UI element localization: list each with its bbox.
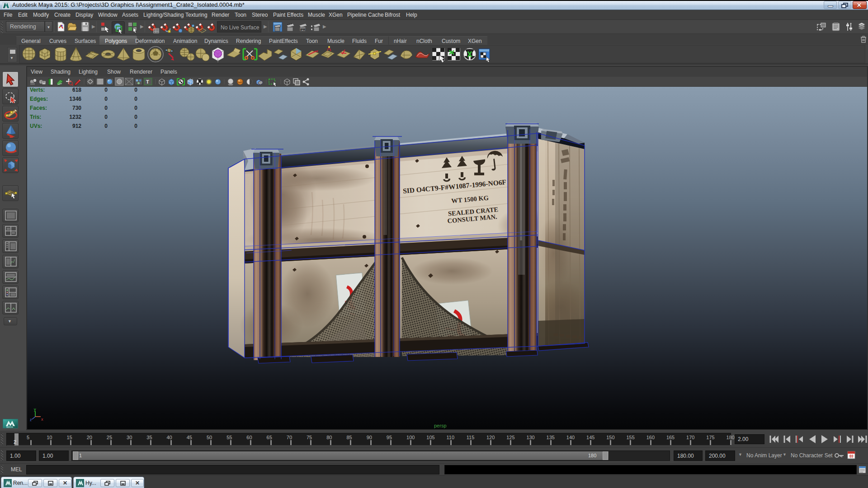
svg-text:MAYA: MAYA	[6, 426, 13, 428]
svg-text:IPR: IPR	[300, 28, 306, 31]
svg-text:T: T	[146, 79, 149, 84]
